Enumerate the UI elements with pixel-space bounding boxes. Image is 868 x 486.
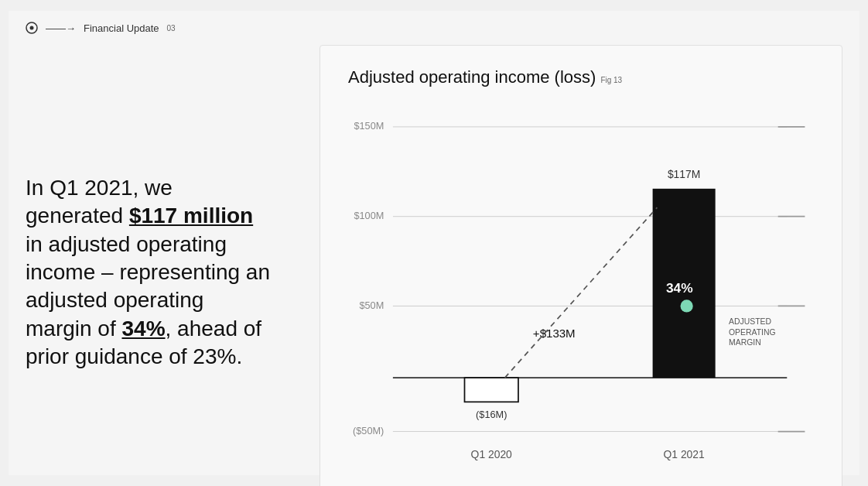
logo-icon — [26, 22, 38, 34]
bar1-value-label: ($16M) — [476, 409, 507, 420]
margin-label-line1: ADJUSTED — [729, 317, 771, 326]
chart-svg: $150M $100M $50M ($50M) — [348, 103, 814, 482]
chart-fig-ref: Fig 13 — [600, 76, 622, 84]
trend-line — [505, 207, 658, 378]
main-content: In Q1 2021, we generated $117 million in… — [9, 45, 859, 486]
margin-label-line3: MARGIN — [729, 338, 761, 347]
bar2-value-label: $117M — [668, 168, 700, 180]
chart-title-text: Adjusted operating income (loss) — [348, 67, 596, 87]
highlight-margin: 34% — [122, 317, 166, 341]
slide: ——→ Financial Update 03 In Q1 2021, we g… — [9, 11, 859, 475]
y-label-50: $50M — [359, 299, 384, 311]
left-description: In Q1 2021, we generated $117 million in… — [26, 174, 273, 371]
margin-dot — [681, 299, 693, 312]
x-label-2021: Q1 2021 — [664, 448, 706, 460]
margin-label-line2: OPERATING — [729, 328, 776, 337]
change-label: +$133M — [533, 327, 576, 340]
chart-area: $150M $100M $50M ($50M) — [348, 103, 814, 482]
right-panel: Adjusted operating income (loss) Fig 13 … — [320, 45, 842, 486]
y-label-neg50: ($50M) — [353, 425, 384, 436]
x-label-2020: Q1 2020 — [471, 448, 513, 460]
topbar-title: Financial Update — [84, 22, 159, 34]
y-label-150: $150M — [354, 120, 384, 132]
top-bar: ——→ Financial Update 03 — [9, 11, 859, 45]
topbar-footnote: 03 — [167, 24, 176, 33]
margin-percent: 34% — [666, 280, 693, 296]
arrow-icon: ——→ — [46, 22, 76, 34]
svg-point-1 — [30, 26, 34, 30]
left-panel: In Q1 2021, we generated $117 million in… — [26, 45, 289, 486]
bar-q1-2020 — [465, 378, 518, 402]
highlight-revenue: $117 million — [129, 204, 253, 228]
y-label-100: $100M — [354, 210, 384, 221]
chart-title: Adjusted operating income (loss) Fig 13 — [348, 67, 814, 87]
